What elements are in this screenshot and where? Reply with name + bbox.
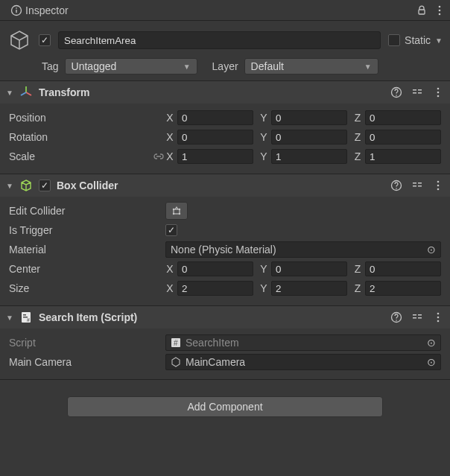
tag-label: Tag bbox=[42, 60, 59, 72]
svg-point-18 bbox=[437, 95, 440, 98]
help-icon[interactable] bbox=[390, 311, 402, 323]
layer-label: Layer bbox=[212, 60, 238, 72]
axis-x-label: X bbox=[165, 112, 174, 124]
script-value: SearchItem bbox=[186, 337, 421, 349]
layer-value: Default bbox=[251, 60, 284, 72]
svg-rect-24 bbox=[418, 185, 422, 187]
svg-point-29 bbox=[173, 209, 174, 210]
position-z-input[interactable] bbox=[365, 110, 441, 125]
svg-point-4 bbox=[439, 5, 441, 7]
gameobject-header: Static ▼ Tag Untagged ▼ Layer Default ▼ bbox=[0, 21, 450, 80]
gameobject-icon[interactable] bbox=[7, 28, 31, 52]
kebab-icon[interactable] bbox=[434, 4, 446, 16]
axis-z-label: Z bbox=[353, 112, 362, 124]
rotation-x-input[interactable] bbox=[177, 130, 253, 145]
box-collider-header[interactable]: ▼ Box Collider bbox=[0, 174, 450, 197]
inspector-title: Inspector bbox=[25, 4, 410, 16]
preset-icon[interactable] bbox=[411, 311, 423, 323]
svg-rect-1 bbox=[16, 10, 16, 13]
script-field-label: Script bbox=[9, 337, 165, 349]
svg-rect-13 bbox=[413, 92, 416, 94]
svg-point-26 bbox=[437, 185, 440, 187]
svg-point-45 bbox=[437, 320, 440, 323]
rotation-label: Rotation bbox=[9, 131, 165, 143]
object-picker-icon: ⊙ bbox=[425, 337, 437, 349]
gameobject-name-input[interactable] bbox=[58, 31, 381, 49]
material-field[interactable]: None (Physic Material) ⊙ bbox=[165, 241, 441, 258]
preset-icon[interactable] bbox=[411, 86, 423, 98]
center-y-input[interactable] bbox=[271, 261, 347, 276]
size-z-input[interactable] bbox=[365, 281, 441, 296]
foldout-icon: ▼ bbox=[6, 89, 13, 97]
box-collider-component: ▼ Box Collider Edit Collider Is Trigger … bbox=[0, 174, 450, 305]
axis-y-label: Y bbox=[259, 112, 268, 124]
script-asset-icon: # bbox=[171, 337, 181, 348]
size-y-input[interactable] bbox=[271, 281, 347, 296]
position-y-input[interactable] bbox=[271, 110, 347, 125]
foldout-icon: ▼ bbox=[6, 314, 13, 322]
script-header[interactable]: ▼ # Search Item (Script) bbox=[0, 306, 450, 329]
scale-label: Scale bbox=[9, 150, 148, 162]
transform-header[interactable]: ▼ Transform bbox=[0, 81, 450, 104]
gameobject-ref-icon bbox=[171, 357, 181, 367]
foldout-icon: ▼ bbox=[6, 182, 13, 190]
edit-collider-label: Edit Collider bbox=[9, 205, 165, 217]
chevron-down-icon: ▼ bbox=[183, 63, 191, 71]
kebab-icon[interactable] bbox=[432, 180, 444, 191]
material-label: Material bbox=[9, 244, 165, 256]
kebab-icon[interactable] bbox=[432, 311, 444, 323]
svg-line-8 bbox=[26, 92, 31, 95]
svg-rect-22 bbox=[413, 185, 416, 187]
main-camera-field[interactable]: MainCamera ⊙ bbox=[165, 354, 441, 370]
static-checkbox[interactable] bbox=[388, 34, 400, 46]
kebab-icon[interactable] bbox=[432, 86, 444, 98]
center-x-input[interactable] bbox=[177, 261, 253, 276]
svg-point-31 bbox=[173, 213, 174, 215]
help-icon[interactable] bbox=[390, 180, 402, 191]
script-icon: # bbox=[19, 311, 33, 324]
is-trigger-checkbox[interactable] bbox=[165, 224, 177, 236]
search-item-script-component: ▼ # Search Item (Script) Script # Search… bbox=[0, 305, 450, 379]
svg-point-38 bbox=[396, 320, 397, 321]
svg-rect-41 bbox=[418, 314, 422, 316]
object-picker-icon[interactable]: ⊙ bbox=[425, 244, 437, 256]
svg-text:#: # bbox=[27, 317, 30, 323]
add-component-label: Add Component bbox=[187, 401, 262, 413]
scale-x-input[interactable] bbox=[177, 149, 253, 164]
tag-dropdown[interactable]: Untagged ▼ bbox=[65, 58, 197, 74]
box-collider-title: Box Collider bbox=[57, 180, 384, 191]
svg-rect-14 bbox=[418, 89, 422, 91]
position-x-input[interactable] bbox=[177, 110, 253, 125]
script-field: # SearchItem ⊙ bbox=[165, 334, 441, 351]
gameobject-active-checkbox[interactable] bbox=[39, 34, 51, 46]
static-dropdown-icon[interactable]: ▼ bbox=[435, 37, 443, 45]
help-icon[interactable] bbox=[390, 86, 402, 98]
box-collider-enabled-checkbox[interactable] bbox=[39, 180, 51, 191]
object-picker-icon[interactable]: ⊙ bbox=[425, 356, 437, 368]
size-x-input[interactable] bbox=[177, 281, 253, 296]
svg-rect-28 bbox=[174, 209, 180, 214]
lock-icon[interactable] bbox=[416, 4, 428, 16]
svg-rect-15 bbox=[418, 92, 422, 94]
position-label: Position bbox=[9, 112, 165, 124]
svg-rect-40 bbox=[413, 317, 416, 319]
chevron-down-icon: ▼ bbox=[364, 63, 372, 71]
preset-icon[interactable] bbox=[411, 180, 423, 191]
layer-dropdown[interactable]: Default ▼ bbox=[244, 58, 378, 74]
svg-rect-2 bbox=[16, 7, 16, 8]
svg-line-9 bbox=[21, 92, 26, 95]
svg-text:#: # bbox=[174, 339, 178, 347]
transform-title: Transform bbox=[39, 86, 384, 98]
add-component-button[interactable]: Add Component bbox=[67, 396, 383, 417]
scale-y-input[interactable] bbox=[271, 149, 347, 164]
rotation-z-input[interactable] bbox=[365, 130, 441, 145]
svg-rect-21 bbox=[413, 183, 416, 184]
transform-icon bbox=[19, 86, 33, 99]
scale-z-input[interactable] bbox=[365, 149, 441, 164]
constrain-proportions-icon[interactable] bbox=[152, 150, 165, 162]
rotation-y-input[interactable] bbox=[271, 130, 347, 145]
center-z-input[interactable] bbox=[365, 261, 441, 276]
edit-collider-button[interactable] bbox=[165, 202, 188, 220]
info-icon bbox=[10, 4, 22, 16]
script-title: Search Item (Script) bbox=[39, 311, 384, 323]
